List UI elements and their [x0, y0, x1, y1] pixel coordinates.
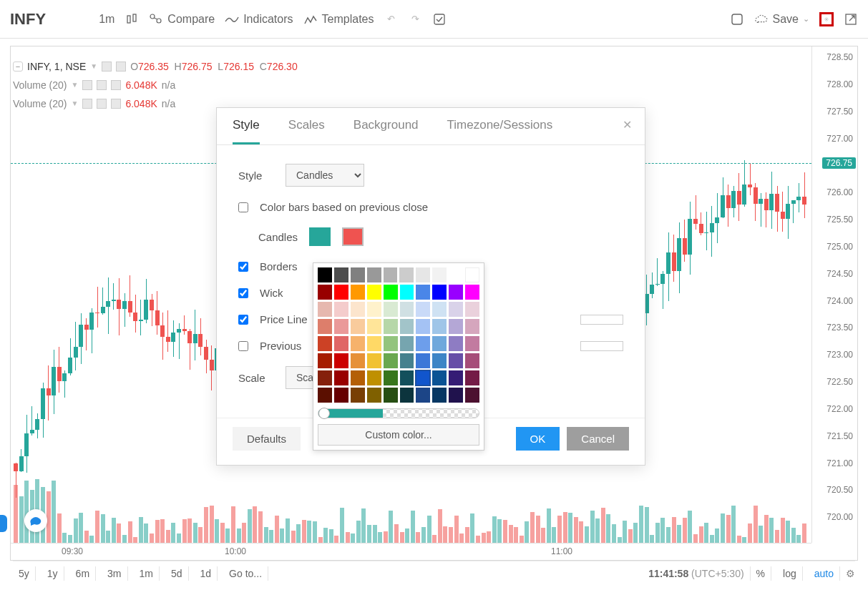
range-6m[interactable]: 6m [70, 566, 96, 581]
legend-gear-icon[interactable] [97, 99, 107, 109]
legend-close-icon[interactable] [111, 99, 121, 109]
color-swatch[interactable] [318, 370, 332, 385]
color-swatch[interactable] [384, 319, 398, 334]
color-prev-checkbox[interactable] [238, 202, 248, 212]
color-swatch[interactable] [384, 267, 398, 282]
color-swatch[interactable] [465, 388, 479, 403]
color-swatch[interactable] [416, 285, 430, 300]
tab-timezone[interactable]: Timezone/Sessions [447, 118, 553, 144]
range-3m[interactable]: 3m [102, 566, 127, 581]
legend-eye-icon[interactable] [82, 80, 92, 90]
custom-color-button[interactable]: Custom color... [318, 424, 479, 446]
legend-gear-icon[interactable] [97, 80, 107, 90]
color-swatch[interactable] [367, 353, 381, 368]
color-swatch[interactable] [416, 319, 430, 334]
checkbox-icon[interactable] [432, 12, 447, 26]
color-swatch[interactable] [334, 353, 348, 368]
color-swatch[interactable] [465, 370, 479, 385]
color-swatch[interactable] [351, 267, 365, 282]
color-swatch[interactable] [367, 267, 381, 282]
color-swatch[interactable] [384, 353, 398, 368]
redo-icon[interactable]: ↷ [408, 12, 422, 26]
color-swatch[interactable] [351, 336, 365, 351]
color-swatch[interactable] [351, 319, 365, 334]
chevron-down-icon[interactable]: ▼ [71, 94, 78, 113]
color-swatch[interactable] [351, 285, 365, 300]
color-swatch[interactable] [465, 336, 479, 351]
color-swatch[interactable] [465, 353, 479, 368]
previous-checkbox[interactable] [238, 341, 248, 351]
color-swatch[interactable] [432, 267, 447, 282]
ok-button[interactable]: OK [516, 427, 560, 451]
color-swatch[interactable] [351, 353, 365, 368]
color-swatch[interactable] [367, 285, 381, 300]
color-swatch[interactable] [334, 370, 348, 385]
color-swatch[interactable] [465, 302, 479, 317]
legend-close-icon[interactable] [111, 80, 121, 90]
color-swatch[interactable] [334, 336, 348, 351]
legend-eye-icon[interactable] [102, 62, 112, 72]
color-swatch[interactable] [318, 388, 332, 403]
color-swatch[interactable] [465, 319, 479, 334]
color-swatch[interactable] [318, 319, 332, 334]
color-swatch[interactable] [384, 370, 398, 385]
color-swatch[interactable] [465, 267, 479, 282]
color-swatch[interactable] [449, 370, 463, 385]
color-swatch[interactable] [416, 353, 430, 368]
color-swatch[interactable] [400, 285, 414, 300]
color-swatch[interactable] [432, 388, 447, 403]
percent-button[interactable]: % [750, 566, 771, 581]
footer-gear-icon[interactable]: ⚙ [846, 568, 855, 579]
color-swatch[interactable] [399, 267, 414, 282]
color-swatch[interactable] [416, 370, 430, 385]
undo-icon[interactable]: ↶ [384, 12, 398, 26]
color-swatch[interactable] [367, 336, 381, 351]
range-1d[interactable]: 1d [195, 566, 218, 581]
color-swatch[interactable] [432, 285, 447, 300]
tab-background[interactable]: Background [353, 118, 419, 144]
candle-up-color[interactable] [309, 227, 331, 246]
priceline-checkbox[interactable] [238, 315, 248, 325]
previous-style[interactable] [580, 341, 623, 351]
templates-button[interactable]: Templates [303, 12, 374, 26]
color-swatch[interactable] [416, 267, 430, 282]
color-swatch[interactable] [465, 285, 479, 300]
wick-checkbox[interactable] [238, 288, 248, 298]
color-swatch[interactable] [334, 267, 348, 282]
compare-button[interactable]: Compare [149, 12, 215, 26]
legend-gear-icon[interactable] [116, 62, 126, 72]
save-button[interactable]: Save ⌄ [754, 12, 809, 26]
color-swatch[interactable] [318, 267, 332, 282]
color-swatch[interactable] [432, 353, 447, 368]
color-swatch[interactable] [318, 285, 332, 300]
color-swatch[interactable] [449, 319, 463, 334]
range-1m[interactable]: 1m [134, 566, 160, 581]
color-swatch[interactable] [384, 302, 398, 317]
color-swatch[interactable] [334, 302, 348, 317]
opacity-slider[interactable] [318, 408, 479, 418]
color-swatch[interactable] [334, 388, 348, 403]
side-tab[interactable] [0, 515, 7, 532]
color-swatch[interactable] [384, 285, 398, 300]
color-swatch[interactable] [416, 388, 430, 403]
color-swatch[interactable] [400, 388, 414, 403]
log-button[interactable]: log [777, 566, 803, 581]
square-icon[interactable] [730, 12, 744, 26]
symbol-name[interactable]: INFY [10, 10, 46, 29]
color-swatch[interactable] [449, 336, 463, 351]
color-swatch[interactable] [334, 319, 348, 334]
interval-button[interactable]: 1m [99, 13, 114, 26]
color-swatch[interactable] [449, 302, 463, 317]
settings-gear-icon[interactable] [819, 12, 834, 26]
color-swatch[interactable] [416, 336, 430, 351]
candles-icon[interactable] [125, 12, 139, 26]
style-select[interactable]: Candles [286, 164, 364, 187]
priceline-style[interactable] [580, 315, 623, 325]
legend-eye-icon[interactable] [82, 99, 92, 109]
chevron-down-icon[interactable]: ▼ [71, 76, 78, 94]
time-axis[interactable]: 09:30 10:00 11:00 [11, 543, 811, 560]
color-swatch[interactable] [384, 336, 398, 351]
popout-icon[interactable] [844, 12, 858, 26]
color-swatch[interactable] [432, 336, 447, 351]
color-swatch[interactable] [351, 302, 365, 317]
